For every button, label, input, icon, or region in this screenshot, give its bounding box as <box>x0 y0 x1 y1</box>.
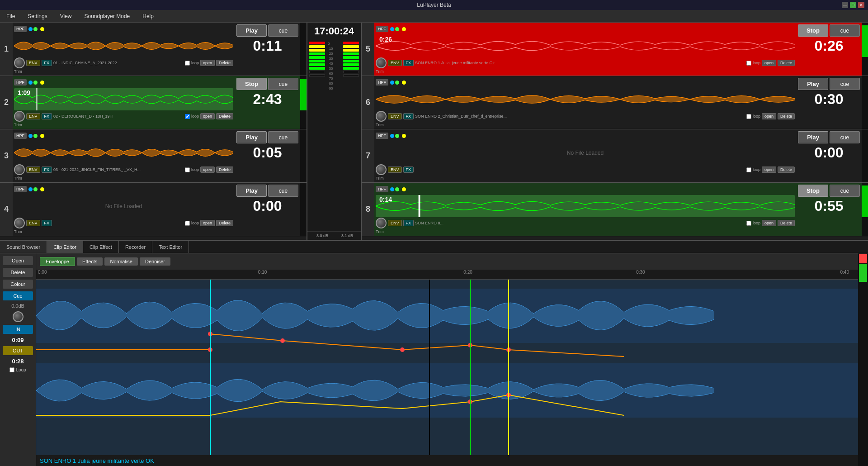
clip-loop-check[interactable] <box>9 367 14 372</box>
delete-btn-1[interactable]: Delete <box>216 60 233 66</box>
open-btn-6[interactable]: open <box>762 113 776 119</box>
play-stop-btn-7[interactable]: Play <box>798 131 828 143</box>
hpf-button-3[interactable]: HPF <box>14 133 27 139</box>
menu-file[interactable]: File <box>4 12 18 20</box>
hpf-button-8[interactable]: HPF <box>376 186 388 192</box>
delete-btn-8[interactable]: Delete <box>778 220 795 226</box>
tab-sound-browser[interactable]: Sound Browser <box>0 241 47 253</box>
play-stop-btn-1[interactable]: Play <box>236 24 267 37</box>
open-btn-1[interactable]: open <box>200 60 215 66</box>
env-btn-7[interactable]: ENV <box>388 166 402 173</box>
cue-btn-1[interactable]: cue <box>268 24 298 37</box>
knob-3[interactable] <box>14 164 25 175</box>
play-stop-btn-2[interactable]: Stop <box>236 78 267 90</box>
cue-btn-8[interactable]: cue <box>830 185 860 197</box>
knob-4[interactable] <box>14 218 25 228</box>
env-btn-4[interactable]: ENV <box>26 220 40 226</box>
hpf-button-5[interactable]: HPF <box>376 26 388 32</box>
delete-btn-5[interactable]: Delete <box>778 60 795 66</box>
knob-6[interactable] <box>376 111 387 122</box>
knob-1[interactable] <box>14 57 25 68</box>
hpf-button-4[interactable]: HPF <box>14 186 27 192</box>
cue-btn-4[interactable]: cue <box>268 185 298 197</box>
fx-btn-4[interactable]: FX <box>42 220 52 226</box>
clip-delete-button[interactable]: Delete <box>3 268 33 277</box>
cue-btn-6[interactable]: cue <box>830 78 860 90</box>
env-btn-6[interactable]: ENV <box>388 113 402 119</box>
menu-settings[interactable]: Settings <box>25 12 50 20</box>
clip-volume-knob[interactable] <box>13 311 24 322</box>
open-btn-4[interactable]: open <box>200 220 215 226</box>
fx-btn-6[interactable]: FX <box>403 113 414 119</box>
tab-clip-effect[interactable]: Clip Effect <box>83 241 119 253</box>
env-btn-3[interactable]: ENV <box>26 166 40 173</box>
normalise-button[interactable]: Normalise <box>104 257 138 266</box>
menu-help[interactable]: Help <box>140 12 156 20</box>
env-btn-8[interactable]: ENV <box>388 220 402 226</box>
loop-check-6[interactable] <box>746 114 751 119</box>
fx-btn-3[interactable]: FX <box>42 166 52 173</box>
waveform-2[interactable]: 1:09 <box>14 88 233 110</box>
hpf-button-6[interactable]: HPF <box>376 79 388 86</box>
fx-btn-5[interactable]: FX <box>403 60 414 66</box>
menu-soundplayer-mode[interactable]: Soundplayer Mode <box>82 12 133 20</box>
hpf-button-2[interactable]: HPF <box>14 79 27 86</box>
effects-button[interactable]: Effects <box>77 257 103 266</box>
cue-btn-2[interactable]: cue <box>268 78 298 90</box>
clip-in-button[interactable]: IN <box>3 325 33 334</box>
hpf-button-7[interactable]: HPF <box>376 133 388 139</box>
play-stop-btn-5[interactable]: Stop <box>798 24 828 37</box>
tab-text-editor[interactable]: Text Editor <box>152 241 189 253</box>
waveform-6[interactable] <box>376 88 795 110</box>
loop-check-1[interactable] <box>185 61 190 66</box>
close-button[interactable]: ✕ <box>858 2 864 8</box>
waveform-4[interactable]: No File Loaded <box>14 195 233 217</box>
minimize-button[interactable]: — <box>842 2 848 8</box>
open-btn-7[interactable]: open <box>762 166 776 173</box>
delete-btn-3[interactable]: Delete <box>216 166 233 173</box>
env-btn-1[interactable]: ENV <box>26 60 40 66</box>
clip-out-button[interactable]: OUT <box>3 346 33 355</box>
delete-btn-2[interactable]: Delete <box>216 113 233 119</box>
waveform-5[interactable]: 0:26 <box>376 35 795 57</box>
fx-btn-1[interactable]: FX <box>42 60 52 66</box>
waveform-8[interactable]: 0:14 <box>376 195 795 217</box>
play-stop-btn-6[interactable]: Play <box>798 78 828 90</box>
loop-check-8[interactable] <box>746 221 751 226</box>
knob-8[interactable] <box>376 218 387 228</box>
clip-open-button[interactable]: Open <box>3 256 33 265</box>
play-stop-btn-3[interactable]: Play <box>236 131 267 143</box>
open-btn-5[interactable]: open <box>762 60 776 66</box>
fx-btn-2[interactable]: FX <box>42 113 52 119</box>
cue-btn-7[interactable]: cue <box>830 131 860 143</box>
loop-check-3[interactable] <box>185 167 190 172</box>
open-btn-8[interactable]: open <box>762 220 776 226</box>
knob-2[interactable] <box>14 111 25 122</box>
menu-view[interactable]: View <box>57 12 75 20</box>
cue-btn-3[interactable]: cue <box>268 131 298 143</box>
env-btn-5[interactable]: ENV <box>388 60 402 66</box>
play-stop-btn-8[interactable]: Stop <box>798 185 828 197</box>
play-stop-btn-4[interactable]: Play <box>236 185 267 197</box>
open-btn-2[interactable]: open <box>200 113 215 119</box>
loop-check-7[interactable] <box>746 167 751 172</box>
knob-7[interactable] <box>376 164 387 175</box>
loop-check-5[interactable] <box>746 61 751 66</box>
loop-check-4[interactable] <box>185 221 190 226</box>
delete-btn-4[interactable]: Delete <box>216 220 233 226</box>
env-btn-2[interactable]: ENV <box>26 113 40 119</box>
tab-clip-editor[interactable]: Clip Editor <box>47 241 83 253</box>
delete-btn-6[interactable]: Delete <box>778 113 795 119</box>
enveloppe-button[interactable]: Enveloppe <box>40 257 75 266</box>
denoiser-button[interactable]: Denoiser <box>140 257 170 266</box>
delete-btn-7[interactable]: Delete <box>778 166 795 173</box>
cue-btn-5[interactable]: cue <box>830 24 860 37</box>
loop-check-2[interactable] <box>185 114 190 119</box>
hpf-button-1[interactable]: HPF <box>14 26 27 32</box>
fx-btn-8[interactable]: FX <box>403 220 414 226</box>
clip-colour-button[interactable]: Colour <box>3 280 33 289</box>
waveform-1[interactable] <box>14 35 233 57</box>
knob-5[interactable] <box>376 57 387 68</box>
open-btn-3[interactable]: open <box>200 166 215 173</box>
maximize-button[interactable]: □ <box>850 2 856 8</box>
